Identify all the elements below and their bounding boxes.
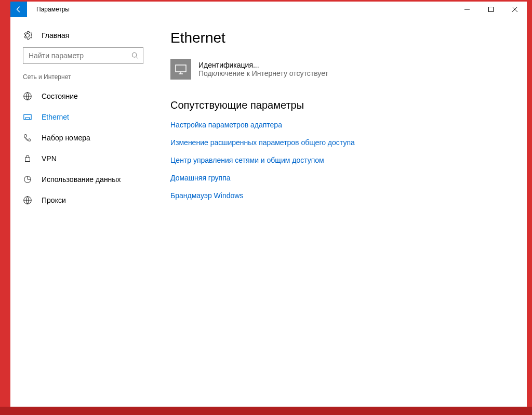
- window-title: Параметры: [27, 2, 70, 17]
- phone-icon: [23, 133, 32, 142]
- arrow-left-icon: [15, 6, 22, 13]
- nav-label: Ethernet: [42, 113, 69, 121]
- vpn-icon: [23, 154, 32, 163]
- svg-point-4: [132, 53, 137, 57]
- home-label: Главная: [42, 31, 69, 40]
- monitor-icon: [170, 59, 191, 80]
- minimize-button[interactable]: [455, 2, 479, 17]
- taskbar-fragment: [0, 407, 532, 415]
- nav-item-dialup[interactable]: Набор номера: [10, 127, 156, 148]
- status-icon: [23, 92, 32, 101]
- proxy-icon: [23, 196, 32, 205]
- link-network-sharing-center[interactable]: Центр управления сетями и общим доступом: [170, 156, 506, 164]
- titlebar: Параметры: [10, 2, 527, 17]
- gear-icon: [23, 31, 32, 40]
- search-input[interactable]: [23, 48, 143, 63]
- main-content: Ethernet Идентификация... Подключение к …: [156, 17, 527, 407]
- connection-item[interactable]: Идентификация... Подключение к Интернету…: [170, 59, 506, 80]
- svg-line-5: [136, 57, 138, 59]
- sidebar: Главная Сеть и Интернет Состояние: [10, 17, 156, 407]
- close-button[interactable]: [503, 2, 527, 17]
- data-usage-icon: [23, 175, 32, 184]
- nav-label: VPN: [42, 154, 57, 163]
- search-box[interactable]: [23, 47, 143, 64]
- nav-label: Прокси: [42, 196, 66, 204]
- connection-text: Идентификация... Подключение к Интернету…: [198, 61, 328, 77]
- search-container: [10, 47, 156, 73]
- window-body: Главная Сеть и Интернет Состояние: [10, 17, 527, 407]
- link-windows-firewall[interactable]: Брандмауэр Windows: [170, 191, 506, 200]
- nav-list: Состояние Ethernet Набор номера VPN Испо…: [10, 86, 156, 211]
- nav-label: Использование данных: [42, 175, 121, 184]
- svg-rect-9: [25, 158, 30, 161]
- page-title: Ethernet: [170, 30, 506, 46]
- category-label: Сеть и Интернет: [10, 73, 156, 86]
- settings-window: Параметры Главная: [10, 2, 527, 407]
- related-section-title: Сопутствующие параметры: [170, 99, 506, 111]
- nav-item-proxy[interactable]: Прокси: [10, 190, 156, 211]
- nav-item-status[interactable]: Состояние: [10, 86, 156, 107]
- nav-item-ethernet[interactable]: Ethernet: [10, 107, 156, 127]
- link-adapter-options[interactable]: Настройка параметров адаптера: [170, 121, 506, 129]
- svg-rect-1: [489, 7, 494, 12]
- connection-status: Подключение к Интернету отсутствует: [198, 69, 328, 77]
- svg-rect-12: [176, 65, 186, 72]
- back-button[interactable]: [10, 2, 27, 17]
- nav-item-data-usage[interactable]: Использование данных: [10, 169, 156, 190]
- maximize-button[interactable]: [479, 2, 503, 17]
- desktop-left-edge: [0, 0, 10, 415]
- nav-item-vpn[interactable]: VPN: [10, 148, 156, 169]
- maximize-icon: [488, 7, 494, 12]
- home-button[interactable]: Главная: [10, 27, 156, 47]
- nav-label: Набор номера: [42, 134, 90, 142]
- search-icon: [131, 52, 139, 59]
- svg-rect-7: [24, 115, 31, 120]
- close-icon: [512, 7, 517, 12]
- link-advanced-sharing[interactable]: Изменение расширенных параметров общего …: [170, 138, 506, 147]
- minimize-icon: [464, 7, 470, 12]
- svg-rect-8: [25, 118, 29, 120]
- link-homegroup[interactable]: Домашняя группа: [170, 174, 506, 182]
- window-controls: [455, 2, 527, 17]
- connection-name: Идентификация...: [198, 61, 328, 69]
- nav-label: Состояние: [42, 92, 78, 100]
- ethernet-icon: [23, 112, 32, 122]
